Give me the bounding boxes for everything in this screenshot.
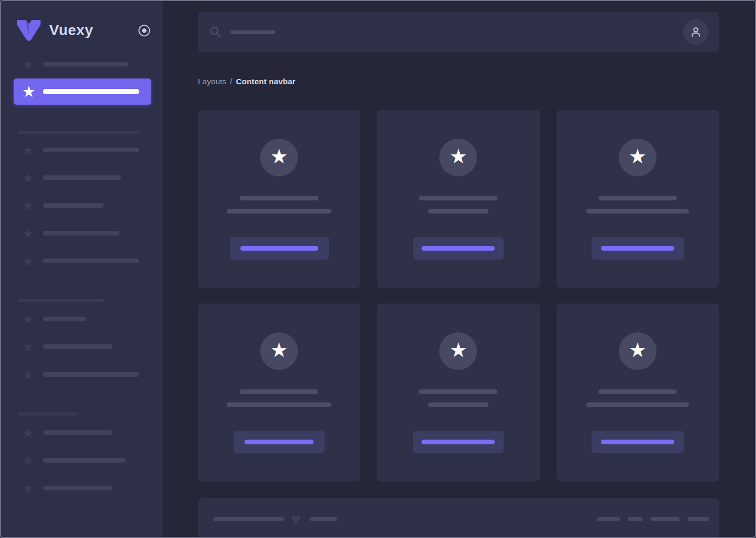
card: ★ — [198, 304, 360, 481]
footer-row: ♥ — [214, 513, 709, 525]
title-placeholder — [598, 389, 677, 394]
label-placeholder — [43, 148, 139, 152]
card: ★ — [557, 110, 719, 288]
star-icon: ★ — [21, 481, 35, 495]
card-action-button[interactable] — [413, 237, 504, 260]
sidebar-item[interactable]: ★ — [1, 164, 163, 192]
label-placeholder — [43, 203, 104, 208]
sidebar-item[interactable]: ★ — [1, 247, 163, 275]
label-placeholder — [43, 175, 121, 180]
star-icon: ★ — [21, 143, 35, 157]
label-placeholder — [43, 372, 139, 377]
button-label-placeholder — [421, 440, 495, 444]
card-avatar: ★ — [260, 139, 298, 176]
card-avatar: ★ — [619, 139, 657, 176]
title-placeholder — [419, 196, 497, 200]
card-avatar: ★ — [619, 332, 657, 370]
label-placeholder — [43, 317, 86, 321]
footer-links — [597, 517, 709, 521]
label-placeholder — [43, 458, 126, 463]
label-placeholder — [43, 89, 139, 94]
title-placeholder — [240, 196, 318, 200]
label-placeholder — [43, 62, 128, 66]
app-window: Vuexy ★ ★ ★ ★ ★ — [0, 0, 756, 538]
button-label-placeholder — [244, 440, 314, 444]
breadcrumb: Layouts / Content navbar — [198, 76, 719, 86]
button-label-placeholder — [601, 440, 674, 444]
card-action-button[interactable] — [592, 431, 684, 453]
sidebar-item[interactable]: ★ — [1, 136, 163, 164]
sidebar-item[interactable]: ★ — [1, 192, 163, 219]
button-label-placeholder — [601, 246, 674, 251]
sidebar-item[interactable]: ★ — [1, 50, 163, 78]
title-placeholder — [240, 389, 318, 394]
top-navbar — [198, 12, 719, 52]
star-icon: ★ — [629, 340, 647, 362]
label-placeholder — [43, 259, 139, 263]
title-placeholder — [419, 389, 497, 394]
card-avatar: ★ — [260, 332, 298, 370]
star-icon: ★ — [21, 368, 35, 382]
star-icon: ★ — [21, 199, 35, 212]
breadcrumb-parent[interactable]: Layouts — [198, 77, 226, 86]
button-label-placeholder — [421, 246, 495, 251]
footer-link-placeholder — [687, 517, 709, 521]
star-icon: ★ — [21, 227, 35, 240]
vuexy-logo-icon — [16, 18, 42, 42]
main-content: Layouts / Content navbar ★ ★ — [163, 1, 755, 537]
card-action-button[interactable] — [234, 431, 325, 453]
sidebar-item[interactable]: ★ — [1, 419, 163, 446]
sidebar-item[interactable]: ★ — [1, 474, 163, 502]
footer-text-placeholder — [310, 517, 337, 521]
footer-link-placeholder — [650, 517, 680, 521]
card-action-button[interactable] — [230, 237, 329, 260]
brand-name: Vuexy — [49, 22, 93, 39]
search-icon — [210, 26, 221, 38]
breadcrumb-separator: / — [230, 77, 232, 86]
sidebar-item[interactable]: ★ — [1, 333, 163, 361]
heart-icon: ♥ — [291, 513, 301, 525]
card-avatar: ★ — [439, 139, 477, 176]
card: ★ — [377, 110, 539, 288]
star-icon: ★ — [21, 340, 35, 354]
star-icon: ★ — [21, 312, 35, 326]
sidebar-item[interactable]: ★ — [1, 446, 163, 474]
search-input[interactable] — [230, 30, 275, 34]
section-header-placeholder — [18, 299, 104, 302]
card-action-button[interactable] — [592, 237, 684, 260]
breadcrumb-current: Content navbar — [236, 77, 296, 86]
label-placeholder — [43, 430, 113, 435]
label-placeholder — [43, 231, 119, 236]
button-label-placeholder — [240, 246, 318, 251]
section-header-placeholder — [18, 131, 139, 134]
card: ★ — [557, 304, 719, 481]
star-icon: ★ — [629, 147, 647, 169]
star-icon: ★ — [449, 340, 467, 362]
sidebar-item[interactable]: ★ — [1, 305, 163, 333]
card-avatar: ★ — [439, 332, 477, 370]
sidebar-item-active[interactable]: ★ — [14, 79, 151, 105]
sidebar-item[interactable]: ★ — [1, 361, 163, 388]
star-icon: ★ — [21, 454, 35, 467]
brand[interactable]: Vuexy — [16, 18, 151, 43]
star-icon: ★ — [270, 340, 288, 362]
title-placeholder — [598, 196, 677, 200]
person-icon — [689, 25, 703, 39]
card-action-button[interactable] — [413, 431, 504, 453]
user-avatar-button[interactable] — [683, 19, 708, 44]
subtitle-placeholder — [428, 209, 488, 214]
subtitle-placeholder — [227, 402, 331, 407]
star-icon: ★ — [22, 84, 36, 99]
sidebar-item[interactable]: ★ — [1, 219, 163, 247]
footer: ♥ — [198, 498, 719, 538]
subtitle-placeholder — [428, 402, 488, 407]
footer-text-placeholder — [214, 517, 284, 521]
label-placeholder — [43, 344, 113, 349]
footer-link-placeholder — [628, 517, 642, 521]
section-header-placeholder — [18, 412, 77, 416]
card: ★ — [377, 304, 539, 481]
subtitle-placeholder — [586, 402, 689, 407]
subtitle-placeholder — [227, 209, 331, 214]
menu-pin-record-icon[interactable] — [138, 24, 151, 37]
label-placeholder — [43, 486, 113, 490]
